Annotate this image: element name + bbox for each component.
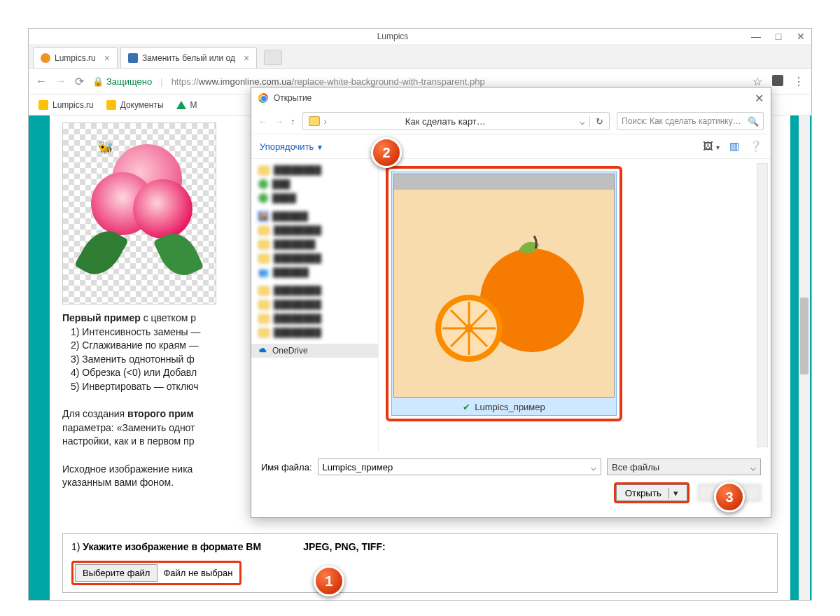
reload-button[interactable]: ⟳ [75, 75, 84, 88]
window-controls: — □ ✕ [751, 31, 806, 42]
dialog-title: Открытие [274, 93, 312, 103]
open-button[interactable]: Открыть▾ [616, 484, 687, 501]
file-list-pane[interactable]: ✔ Lumpics_пример [379, 159, 771, 451]
upload-label: 1) Укажите изображение в формате BMJPEG,… [71, 541, 769, 552]
window-titlebar: Lumpics — □ ✕ [29, 29, 811, 44]
bookmark-item[interactable]: Lumpics.ru [38, 100, 94, 110]
folder-icon [309, 116, 320, 126]
breadcrumb[interactable]: › Как сделать карт… ⌵ ↻ [302, 112, 610, 130]
annotation-badge-1: 1 [314, 566, 344, 596]
folder-icon [106, 100, 116, 110]
star-icon[interactable]: ☆ [752, 75, 762, 88]
file-open-dialog: Открытие ✕ ← → ↑ › Как сделать карт… ⌵ ↻… [251, 87, 771, 518]
chevron-down-icon: ▼ [316, 144, 323, 151]
filename-label: Имя файла: [261, 462, 312, 472]
maximize-button[interactable]: □ [774, 31, 783, 42]
nav-forward-button[interactable]: → [274, 116, 284, 127]
search-icon: 🔍 [748, 116, 759, 127]
organize-menu[interactable]: Упорядочить ▼ [260, 141, 323, 152]
refresh-button[interactable]: ↻ [589, 116, 603, 127]
tab-strip: Lumpics.ru × Заменить белый или од × [29, 44, 811, 68]
article-text: Первый пример с цветком р 1) Интенсивнос… [62, 312, 216, 490]
folder-icon [38, 100, 48, 110]
lock-icon: 🔒 [92, 76, 104, 87]
chevron-down-icon[interactable]: ▾ [668, 488, 678, 498]
tab-lumpics[interactable]: Lumpics.ru × [33, 47, 118, 68]
new-tab-button[interactable] [264, 50, 282, 65]
tab-label: Заменить белый или од [142, 53, 235, 63]
chevron-down-icon[interactable]: ⌵ [580, 116, 585, 127]
close-tab-icon[interactable]: × [104, 52, 110, 64]
file-status-text: Файл не выбран [158, 568, 238, 578]
file-input-highlight: Выберите файл Файл не выбран [71, 561, 241, 585]
filename-input[interactable]: Lumpics_пример ⌵ [318, 458, 601, 475]
selected-file-highlight: ✔ Lumpics_пример [386, 166, 622, 421]
drive-icon [176, 101, 186, 109]
forward-button[interactable]: → [55, 75, 66, 88]
favicon-icon [128, 53, 138, 63]
dialog-close-button[interactable]: ✕ [755, 92, 764, 105]
dialog-body: ████████ ███ ████ 📦██████ ████████ █████… [251, 159, 771, 451]
thumbnail-image [394, 190, 614, 397]
url-text[interactable]: https://www.imgonline.com.ua/replace-whi… [172, 76, 485, 87]
onedrive-icon [258, 346, 268, 356]
tree-onedrive[interactable]: OneDrive [251, 344, 378, 358]
view-mode-button[interactable]: 🖼 ▾ [703, 140, 720, 153]
sync-check-icon: ✔ [463, 402, 470, 412]
bookmark-item[interactable]: М [176, 100, 197, 110]
help-button[interactable]: ❔ [749, 140, 762, 153]
annotation-badge-2: 2 [371, 137, 402, 168]
dialog-search-input[interactable]: Поиск: Как сделать картинку… 🔍 [617, 112, 764, 130]
secure-indicator[interactable]: 🔒 Защищено [92, 76, 152, 87]
menu-icon[interactable]: ⋮ [793, 75, 804, 88]
nav-up-button[interactable]: ↑ [290, 116, 295, 127]
extension-icon[interactable] [772, 75, 783, 86]
dialog-footer: Имя файла: Lumpics_пример ⌵ Все файлы ⌵ … [251, 451, 771, 517]
file-thumbnail[interactable]: ✔ Lumpics_пример [391, 172, 617, 416]
preview-pane-button[interactable]: ▥ [729, 140, 739, 153]
bookmark-item[interactable]: Документы [106, 100, 164, 110]
file-caption: ✔ Lumpics_пример [393, 398, 615, 414]
annotation-badge-3: 3 [714, 482, 745, 512]
back-button[interactable]: ← [36, 75, 47, 88]
choose-file-button[interactable]: Выберите файл [75, 564, 158, 582]
window-title: Lumpics [377, 31, 409, 41]
minimize-button[interactable]: — [751, 31, 761, 42]
dialog-titlebar: Открытие ✕ [251, 88, 771, 108]
nav-back-button[interactable]: ← [258, 116, 267, 127]
page-scrollbar[interactable] [799, 115, 810, 600]
open-button-highlight: Открыть▾ [614, 482, 690, 503]
example-image: 🐝 [62, 122, 216, 304]
upload-section: 1) Укажите изображение в формате BMJPEG,… [62, 533, 778, 593]
pane-scrollbar[interactable] [757, 163, 768, 447]
dialog-toolbar: Упорядочить ▼ а 🖼 ▾ ▥ ❔ [251, 134, 771, 159]
chevron-down-icon[interactable]: ⌵ [750, 462, 756, 472]
tab-imgonline[interactable]: Заменить белый или од × [120, 47, 257, 68]
file-type-filter[interactable]: Все файлы ⌵ [607, 458, 761, 475]
favicon-icon [41, 53, 50, 63]
close-tab-icon[interactable]: × [244, 52, 249, 64]
svg-point-12 [465, 324, 473, 332]
close-window-button[interactable]: ✕ [796, 31, 806, 42]
dialog-nav: ← → ↑ › Как сделать карт… ⌵ ↻ Поиск: Как… [251, 108, 771, 134]
tab-label: Lumpics.ru [55, 53, 96, 63]
chevron-down-icon[interactable]: ⌵ [591, 462, 596, 472]
folder-tree[interactable]: ████████ ███ ████ 📦██████ ████████ █████… [251, 159, 379, 451]
chrome-icon [258, 93, 268, 103]
